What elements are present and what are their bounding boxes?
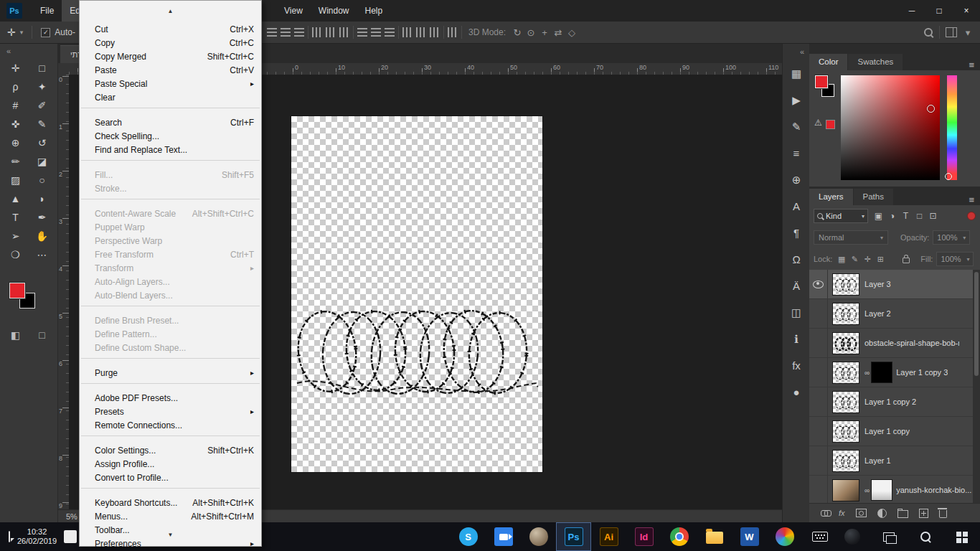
skype-app[interactable]: S: [451, 522, 486, 551]
hand-tool[interactable]: ✋: [29, 227, 55, 245]
touch-keyboard-app[interactable]: [802, 522, 837, 551]
Layer 2[interactable]: ∞ Layer 2: [809, 299, 980, 329]
edit-menu-item-color-settings[interactable]: Color Settings... Shift+Ctrl+K ▸: [80, 443, 261, 457]
info-panel-icon[interactable]: ℹ: [783, 326, 810, 352]
move-tool[interactable]: ✛: [2, 59, 29, 77]
action-center-button[interactable]: [9, 532, 10, 542]
brush-tool[interactable]: ✎: [29, 115, 55, 133]
rectangular-marquee-tool[interactable]: □: [29, 59, 55, 77]
maximize-button[interactable]: □: [925, 0, 953, 22]
layer-thumbnail[interactable]: [833, 303, 859, 324]
minimize-button[interactable]: ─: [898, 0, 925, 22]
layer-thumbnail[interactable]: [833, 480, 859, 501]
foreground-color-swatch[interactable]: [9, 283, 25, 298]
3d-scale-tool[interactable]: ◇: [567, 27, 577, 38]
align-vertical-centers[interactable]: [281, 28, 291, 37]
brush-settings-panel-icon[interactable]: ✎: [783, 113, 810, 140]
edit-menu-item-presets[interactable]: Presets ▸: [80, 405, 261, 418]
edit-menu-item-copy-merged[interactable]: Copy Merged Shift+Ctrl+C ▸: [80, 50, 261, 63]
obstacle-spiral-shape-bob-ra...[interactable]: ∞ obstacle-spiral-shape-bob-ra...: [809, 329, 980, 358]
menu-scroll-up-icon[interactable]: ▲: [80, 5, 261, 17]
align-horizontal-centers[interactable]: [326, 27, 336, 37]
edit-menu-item-copy[interactable]: Copy Ctrl+C ▸: [80, 36, 261, 50]
Layer 1[interactable]: ∞ Layer 1: [809, 446, 980, 476]
hue-slider[interactable]: [947, 75, 957, 180]
layer-thumbnail[interactable]: [833, 274, 859, 295]
3d-orbit-tool[interactable]: ↻: [512, 27, 522, 38]
edit-menu-item-stroke[interactable]: Stroke... ▸: [80, 182, 261, 195]
edit-menu-item-transform[interactable]: Transform ▸: [80, 261, 261, 275]
distribute-vertical-centers[interactable]: [371, 28, 381, 37]
layers-scrollbar[interactable]: [973, 270, 980, 504]
edit-menu-item-paste-special[interactable]: Paste Special ▸: [80, 77, 261, 90]
history-brush-tool[interactable]: ↺: [29, 133, 55, 152]
visibility-toggle[interactable]: [809, 358, 828, 387]
panel-menu-icon[interactable]: ≡: [963, 194, 980, 205]
collapse-tools-icon[interactable]: «: [0, 43, 57, 59]
yanush-korchak-bio...[interactable]: ∞ yanush-korchak-bio...: [809, 476, 980, 504]
tab-paths[interactable]: Paths: [854, 189, 893, 205]
character-styles-panel-icon[interactable]: Ä: [783, 273, 810, 299]
libraries-panel-icon[interactable]: ◫: [783, 299, 810, 326]
edit-menu-item-perspective-warp[interactable]: Perspective Warp ▸: [80, 234, 261, 248]
pen-tool[interactable]: ✒: [29, 208, 55, 227]
crop-tool[interactable]: #: [2, 96, 29, 115]
edit-menu-item-cut[interactable]: Cut Ctrl+X ▸: [80, 22, 261, 36]
video-app[interactable]: [486, 522, 521, 551]
edit-menu-item-menus[interactable]: Menus... Alt+Shift+Ctrl+M ▸: [80, 509, 261, 523]
layer-mask-thumbnail[interactable]: [872, 480, 892, 500]
menu-help[interactable]: Help: [357, 0, 391, 22]
zoom-tool[interactable]: ❍: [2, 245, 29, 264]
tab-swatches[interactable]: Swatches: [848, 54, 903, 70]
foreground-color-swatch[interactable]: [815, 75, 828, 88]
add-mask-button[interactable]: [856, 509, 867, 517]
3d-roll-tool[interactable]: ⊙: [526, 27, 536, 38]
filter-toggle[interactable]: [967, 212, 976, 220]
hue-cursor[interactable]: [945, 173, 952, 180]
type-tool[interactable]: T: [2, 208, 29, 227]
distribute-right-edges[interactable]: [430, 27, 440, 37]
workspace-switcher-icon[interactable]: [946, 27, 957, 37]
magic-wand-tool[interactable]: ✦: [29, 77, 55, 96]
search-button[interactable]: [907, 522, 943, 551]
menu-file[interactable]: File: [32, 0, 62, 22]
gradient-tool[interactable]: ▨: [2, 171, 29, 189]
blur-tool[interactable]: ○: [29, 171, 55, 189]
file-explorer-app[interactable]: [697, 522, 732, 551]
edit-menu-item-auto-align-layers[interactable]: Auto-Align Layers... ▸: [80, 275, 261, 288]
edit-menu-item-find-and-replace-text[interactable]: Find and Replace Text... ▸: [80, 143, 261, 156]
creative-cloud-panel-icon[interactable]: ●: [783, 379, 810, 405]
opacity-value[interactable]: 100% ▾: [933, 230, 970, 245]
Layer 1 copy 3[interactable]: ∞ Layer 1 copy 3: [809, 358, 980, 387]
lock-all-icon[interactable]: [887, 255, 899, 264]
Layer 1 copy 2[interactable]: ∞ Layer 1 copy 2: [809, 387, 980, 417]
edit-menu-item-content-aware-scale[interactable]: Content-Aware Scale Alt+Shift+Ctrl+C ▸: [80, 207, 261, 220]
3d-slide-tool[interactable]: ⇄: [553, 27, 563, 38]
filter-type-layers-icon[interactable]: T: [899, 211, 913, 221]
distribute-horizontal-centers[interactable]: [416, 27, 426, 37]
lock-artboard-icon[interactable]: ⊞: [875, 255, 886, 264]
gamut-closest-color-swatch[interactable]: [826, 120, 835, 129]
lock-position-icon[interactable]: ✛: [862, 255, 873, 264]
edit-menu-item-adobe-pdf-presets[interactable]: Adobe PDF Presets... ▸: [80, 391, 261, 405]
word-app[interactable]: W: [732, 522, 767, 551]
paragraph-panel-icon[interactable]: ¶: [783, 220, 810, 246]
filter-kind-dropdown[interactable]: Kind ▾: [814, 209, 868, 223]
Layer 3[interactable]: ∞ Layer 3: [809, 270, 980, 299]
clone-source-panel-icon[interactable]: ⊕: [783, 166, 810, 193]
pencil-tool[interactable]: ✏: [2, 152, 29, 171]
menu-view[interactable]: View: [276, 0, 311, 22]
ime-indicator[interactable]: [64, 530, 77, 543]
new-group-button[interactable]: [897, 508, 908, 518]
align-bottom-edges[interactable]: [294, 28, 304, 37]
path-selection-tool[interactable]: ➢: [2, 227, 29, 245]
3d-pan-tool[interactable]: +: [540, 27, 550, 38]
tab-color[interactable]: Color: [809, 54, 847, 70]
filter-pixel-layers-icon[interactable]: ▣: [872, 211, 885, 221]
actions-panel-icon[interactable]: ▶: [783, 87, 810, 113]
start-button[interactable]: [943, 522, 980, 551]
visibility-toggle[interactable]: [809, 446, 828, 475]
browser-app[interactable]: [521, 522, 556, 551]
align-top-edges[interactable]: [267, 28, 277, 37]
layer-effects-button[interactable]: fx: [839, 509, 845, 517]
